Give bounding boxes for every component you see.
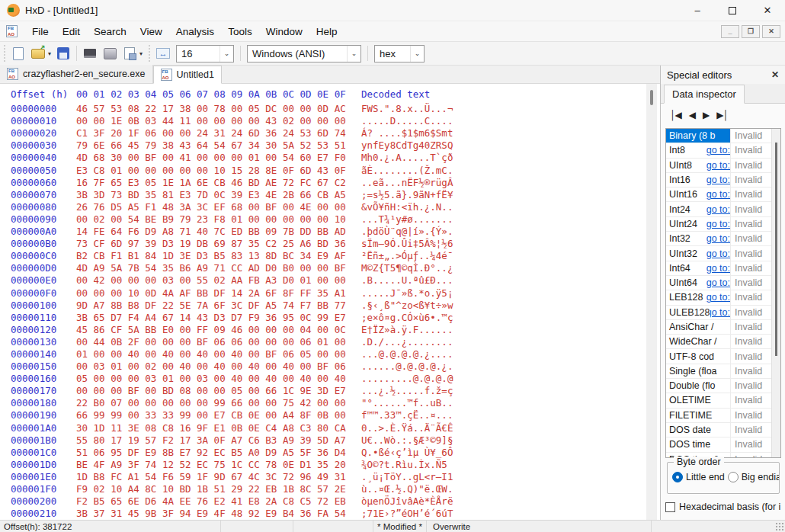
menu-item-tools[interactable]: Tools	[221, 23, 259, 40]
hex-row[interactable]: 000001D0BE 4F A9 3F 74 12 52 EC 75 1C CC…	[0, 459, 646, 471]
inspector-row[interactable]: UInt64go to:Invalid	[666, 276, 771, 290]
offset-base-select[interactable]: hex ⌄	[374, 45, 425, 62]
row-bytes[interactable]: B2 CB F1 B1 84 1D 3E D3 B5 83 13 8D BC 3…	[76, 250, 361, 262]
row-bytes[interactable]: 73 CF 6D 97 39 D3 19 DB 69 87 35 C2 25 A…	[76, 238, 361, 250]
hex-editor[interactable]: Offset (h) 00 01 02 03 04 05 06 07 08 09…	[0, 84, 646, 520]
inspector-row[interactable]: Int16go to:Invalid	[666, 173, 771, 187]
hex-row[interactable]: 000001C051 06 95 DF E9 8B E7 92 EC B5 A0…	[0, 447, 646, 459]
goto-link[interactable]: go to:	[706, 292, 730, 303]
row-bytes[interactable]: 30 1D 11 3E 08 C8 16 9F E1 0B 0E C4 A8 C…	[76, 422, 361, 434]
hex-row[interactable]: 000001009D A7 8B B8 DF 22 5E 7A 6F 3C DF…	[0, 300, 646, 312]
row-decoded-text[interactable]: .D./...¿........	[361, 336, 453, 348]
row-decoded-text[interactable]: Q.•ßé‹ç’ìµ Ù¥_6Ô	[361, 447, 453, 459]
row-bytes[interactable]: BE 4F A9 3F 74 12 52 EC 75 1C CC 78 0E D…	[76, 459, 361, 471]
row-bytes[interactable]: 55 80 17 19 57 F2 17 3A 0F A7 C6 B3 A9 3…	[76, 434, 361, 447]
row-decoded-text[interactable]: .§‹¸ß"^zo<ß¥t÷»w	[361, 300, 453, 312]
row-bytes[interactable]: 14 FE 64 F6 D9 A8 71 40 7C ED BB 09 7B D…	[76, 226, 361, 238]
inspector-row[interactable]: OLETIMEInvalid	[666, 393, 771, 408]
inspector-type-cell[interactable]: Int64go to:	[666, 261, 730, 275]
inspector-row[interactable]: DOS dateInvalid	[666, 423, 771, 437]
inspector-type-cell[interactable]: UInt16go to:	[666, 187, 730, 201]
hex-row[interactable]: 0000012045 86 CF 5A BB E0 00 FF 09 46 00…	[0, 324, 646, 336]
open-ram-button[interactable]	[81, 44, 99, 62]
inspector-value-cell[interactable]: Invalid	[730, 320, 771, 334]
row-decoded-text[interactable]: ù..¤Œ.½.Q)"ë.ŒW.	[361, 483, 453, 495]
inspector-row[interactable]: ULEB128go to:Invalid	[666, 306, 771, 320]
inspector-value-cell[interactable]: Invalid	[730, 202, 771, 216]
row-decoded-text[interactable]: ...@.@.@.@.¿....	[361, 348, 453, 361]
hex-row[interactable]: 0000009000 02 00 54 BE B9 79 23 F8 01 00…	[0, 213, 646, 226]
row-decoded-text[interactable]: &vÕ¥ñH:<ïh.¿.N..	[361, 201, 453, 213]
row-decoded-text[interactable]: f™™.33™.çË..¤...	[361, 409, 453, 421]
inspector-row[interactable]: Int8go to:Invalid	[666, 143, 771, 158]
inspector-value-cell[interactable]: Invalid	[730, 159, 771, 172]
inspector-type-cell[interactable]: DOS date	[666, 423, 730, 437]
row-decoded-text[interactable]: ...T¾¹y#ø.......	[361, 213, 453, 226]
row-decoded-text[interactable]: .þdöÙ¨q@|í».{Ý».	[361, 226, 453, 238]
status-mode[interactable]: Overwrite	[427, 521, 652, 532]
panel-close-icon[interactable]: ✕	[771, 69, 779, 80]
inspector-value-cell[interactable]: Invalid	[730, 379, 771, 393]
first-record-button[interactable]: │◀	[670, 110, 681, 120]
mdi-minimize-button[interactable]: _	[721, 25, 739, 38]
inspector-type-cell[interactable]: AnsiChar /	[666, 320, 730, 334]
goto-link[interactable]: go to:	[706, 277, 730, 288]
byte-order-radio[interactable]	[672, 472, 683, 482]
row-decoded-text[interactable]: Á? ....$1$m6$Smt	[361, 127, 453, 139]
row-bytes[interactable]: 16 7F 65 E3 05 1E 1A 6E CB 46 BD AE 72 F…	[76, 177, 361, 189]
row-bytes[interactable]: 51 06 95 DF E9 8B E7 92 EC B5 A0 D9 A5 5…	[76, 447, 361, 459]
hex-row[interactable]: 000000404D 68 30 00 BF 00 41 00 00 00 01…	[0, 152, 646, 164]
goto-link[interactable]: go to:	[706, 204, 730, 215]
row-bytes[interactable]: 46 57 53 08 22 17 38 00 78 00 05 DC 00 0…	[76, 103, 361, 115]
inspector-value-cell[interactable]: Invalid	[730, 143, 771, 157]
row-decoded-text[interactable]: ......@.@.@.@.¿.	[361, 361, 453, 373]
inspector-value-cell[interactable]: Invalid	[730, 393, 771, 407]
chevron-down-icon[interactable]: ⌄	[410, 46, 424, 62]
inspector-type-cell[interactable]: DOS time	[666, 437, 730, 451]
open-file-button[interactable]	[29, 44, 47, 62]
hex-row[interactable]: 000000A014 FE 64 F6 D9 A8 71 40 7C ED BB…	[0, 226, 646, 238]
goto-link[interactable]: go to:	[710, 307, 730, 318]
maximize-button[interactable]	[715, 0, 750, 21]
hex-row[interactable]: 0000016005 00 00 00 03 01 00 03 00 40 00…	[0, 373, 646, 385]
row-decoded-text[interactable]: òµenÖJîvâAè*ÈÅrë	[361, 495, 453, 508]
goto-link[interactable]: go to:	[706, 248, 730, 259]
new-file-button[interactable]	[9, 44, 27, 62]
inspector-row[interactable]: UInt32go to:Invalid	[666, 246, 771, 261]
hex-row[interactable]: 000000D04D A9 5A 7B 54 35 B6 A9 71 CC AD…	[0, 262, 646, 274]
row-decoded-text[interactable]: ...¿.½.....f.ž=ç	[361, 385, 453, 397]
hex-row[interactable]: 0000019066 99 99 00 33 33 99 00 E7 CB 0E…	[0, 409, 646, 421]
hex-row[interactable]: 000002103B 37 31 45 9B 3F 94 E9 4F 48 92…	[0, 508, 646, 520]
hex-row[interactable]: 000000C0B2 CB F1 B1 84 1D 3E D3 B5 83 13…	[0, 250, 646, 262]
encoding-select[interactable]: Windows (ANSI) ⌄	[247, 45, 361, 62]
inspector-type-cell[interactable]: UInt64go to:	[666, 276, 730, 290]
inspector-value-cell[interactable]: Invalid	[730, 276, 771, 290]
inspector-value-cell[interactable]: Invalid	[730, 246, 771, 260]
inspector-value-cell[interactable]: Invalid	[730, 364, 771, 378]
hex-row[interactable]: 0000015000 03 01 00 02 00 40 00 40 00 40…	[0, 361, 646, 373]
hex-basis-row[interactable]: Hexadecimal basis (for i	[665, 502, 784, 512]
goto-link[interactable]: go to:	[706, 233, 730, 244]
inspector-value-cell[interactable]: Invalid	[730, 290, 771, 304]
hex-row[interactable]: 00000050E3 C8 01 00 00 00 00 00 10 15 28…	[0, 165, 646, 177]
goto-link[interactable]: go to:	[706, 263, 730, 274]
document-tab[interactable]: Untitled1	[153, 66, 222, 84]
inspector-type-cell[interactable]: UInt8go to:	[666, 159, 730, 172]
hex-row[interactable]: 000000F000 00 00 10 0D 4A AF BB DF 14 2A…	[0, 287, 646, 300]
inspector-row[interactable]: Int64go to:Invalid	[666, 261, 771, 276]
inspector-value-cell[interactable]: Invalid	[730, 335, 771, 348]
row-bytes[interactable]: 00 44 0B 2F 00 00 00 BF 06 06 00 00 00 0…	[76, 336, 361, 348]
previous-record-button[interactable]: ◀	[689, 110, 695, 120]
hex-row[interactable]: 000001B055 80 17 19 57 F2 17 3A 0F A7 C6…	[0, 434, 646, 447]
hex-row[interactable]: 0000008026 76 D5 A5 F1 48 3A 3C EF 68 00…	[0, 201, 646, 213]
inspector-type-cell[interactable]: Double (flo	[666, 379, 730, 393]
inspector-type-cell[interactable]: Int24go to:	[666, 202, 730, 216]
inspector-row[interactable]: UInt16go to:Invalid	[666, 187, 771, 202]
row-bytes[interactable]: 01 00 00 40 00 40 00 40 00 40 00 BF 06 0…	[76, 348, 361, 361]
row-decoded-text[interactable]: ynfEy8CdTg40ZRSQ	[361, 139, 453, 152]
hex-row[interactable]: 000000703B 3D 73 BD 35 81 E3 7D 0C 39 E3…	[0, 189, 646, 201]
hex-row[interactable]: 00000020C1 3F 20 1F 06 00 00 24 31 24 6D…	[0, 127, 646, 139]
row-decoded-text[interactable]: .........@.@.@.@	[361, 373, 453, 385]
inspector-row[interactable]: Double (floInvalid	[666, 379, 771, 393]
menu-item-analysis[interactable]: Analysis	[169, 23, 221, 40]
